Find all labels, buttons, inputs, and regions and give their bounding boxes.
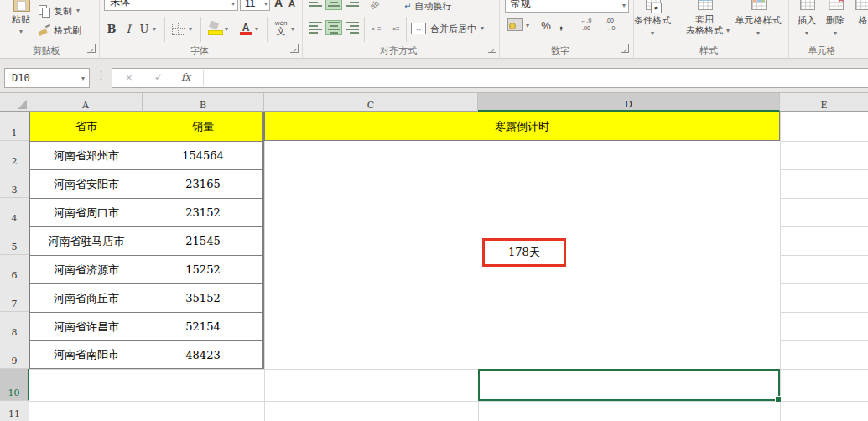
cell-c1-d1-merged[interactable]: 寒露倒计时 bbox=[264, 112, 780, 141]
row-header-1[interactable]: 1 bbox=[0, 112, 29, 141]
underline-button[interactable]: U bbox=[138, 20, 151, 37]
number-format-select[interactable]: 常规 ▾ bbox=[505, 0, 629, 13]
row-header-3[interactable]: 3 bbox=[0, 169, 29, 198]
paste-button[interactable]: 粘贴 ▾ bbox=[5, 0, 37, 42]
format-as-table-icon bbox=[698, 0, 713, 10]
wrap-text-label: 自动换行 bbox=[414, 0, 451, 13]
format-painter-button[interactable]: 格式刷 bbox=[39, 23, 97, 37]
insert-cells-button[interactable]: 插入 ▾ bbox=[793, 0, 820, 39]
grow-font-button[interactable]: A bbox=[272, 0, 285, 10]
cell-a3[interactable]: 河南省安阳市 bbox=[30, 170, 143, 199]
orientation-button[interactable]: ab bbox=[365, 0, 382, 13]
cell-a9[interactable]: 河南省南阳市 bbox=[30, 341, 143, 368]
font-size-select[interactable]: 11 ▾ bbox=[240, 0, 270, 11]
font-dialog-launcher-icon[interactable] bbox=[290, 44, 299, 53]
decrease-indent-button[interactable]: ⇤≡ bbox=[369, 22, 384, 35]
fill-handle[interactable] bbox=[775, 396, 782, 403]
row-header-8[interactable]: 8 bbox=[0, 312, 29, 340]
cell-a6[interactable]: 河南省济源市 bbox=[30, 256, 143, 284]
accounting-format-button[interactable] bbox=[507, 17, 524, 32]
row-header-9[interactable]: 9 bbox=[0, 340, 29, 369]
format-painter-label: 格式刷 bbox=[54, 24, 81, 37]
cell-b9[interactable]: 48423 bbox=[143, 341, 263, 368]
wrap-text-button[interactable]: ↵ 自动换行 bbox=[404, 0, 471, 12]
row-header-6[interactable]: 6 bbox=[0, 255, 29, 283]
number-dialog-launcher-icon[interactable] bbox=[621, 44, 629, 53]
cell-b7[interactable]: 35152 bbox=[143, 284, 263, 313]
row-header-7[interactable]: 7 bbox=[0, 283, 29, 312]
column-header-a[interactable]: A bbox=[29, 93, 143, 112]
column-header-b[interactable]: B bbox=[143, 93, 264, 112]
cancel-icon[interactable]: × bbox=[126, 71, 133, 84]
cell-styles-button[interactable]: 单元格样式 ▾ bbox=[728, 0, 788, 39]
cell-b8[interactable]: 52154 bbox=[143, 313, 263, 341]
shrink-font-button[interactable]: A bbox=[286, 0, 298, 10]
cell-b5[interactable]: 21545 bbox=[143, 227, 263, 256]
countdown-textbox[interactable]: 178天 bbox=[482, 238, 566, 267]
cell-a2[interactable]: 河南省郑州市 bbox=[30, 142, 143, 170]
row-header-11[interactable]: 11 bbox=[0, 401, 29, 421]
name-box[interactable]: D10 ▾ bbox=[4, 68, 90, 88]
conditional-formatting-button[interactable]: ≠ 条件格式 ▾ bbox=[624, 0, 681, 39]
chevron-down-icon: ▾ bbox=[805, 30, 808, 37]
bold-button[interactable]: B bbox=[104, 20, 119, 37]
chevron-down-icon: ▾ bbox=[19, 29, 23, 35]
row-header-2[interactable]: 2 bbox=[0, 141, 29, 169]
cell-b4[interactable]: 23152 bbox=[143, 199, 263, 227]
copy-button[interactable]: 复制 ▾ bbox=[39, 4, 94, 18]
cell-a4[interactable]: 河南省周口市 bbox=[30, 199, 143, 227]
chevron-down-icon: ▾ bbox=[189, 26, 192, 33]
chevron-down-icon: ▾ bbox=[225, 26, 228, 33]
selected-cell-d10[interactable] bbox=[478, 369, 780, 401]
align-left-button[interactable] bbox=[307, 20, 324, 35]
italic-button[interactable]: I bbox=[122, 20, 135, 37]
align-right-button[interactable] bbox=[344, 20, 361, 35]
select-all-corner[interactable] bbox=[0, 93, 29, 112]
cells-group-label: 单元格 bbox=[795, 44, 849, 57]
conditional-formatting-label: 条件格式 bbox=[634, 14, 671, 27]
drag-dots-icon[interactable]: ⋮ bbox=[96, 69, 107, 81]
merge-center-button[interactable]: ↔ 合并后居中 ▾ bbox=[411, 20, 495, 37]
copy-icon bbox=[39, 5, 50, 18]
format-cells-button[interactable]: 格 bbox=[850, 0, 868, 39]
cell-b1[interactable]: 销量 bbox=[143, 112, 263, 142]
comma-style-button[interactable]: , bbox=[555, 17, 567, 30]
cell-a1[interactable]: 省市 bbox=[30, 112, 143, 142]
fill-color-button[interactable] bbox=[206, 20, 223, 37]
align-top-button[interactable] bbox=[307, 0, 324, 10]
cell-a5[interactable]: 河南省驻马店市 bbox=[30, 227, 143, 256]
cell-a8[interactable]: 河南省许昌市 bbox=[30, 313, 143, 341]
cell-a7[interactable]: 河南省商丘市 bbox=[30, 284, 143, 313]
column-header-c[interactable]: C bbox=[264, 93, 478, 112]
row-header-5[interactable]: 5 bbox=[0, 226, 29, 255]
percent-style-button[interactable]: % bbox=[538, 18, 554, 32]
font-name-select[interactable]: 宋体 ▾ bbox=[104, 0, 238, 11]
column-header-d[interactable]: D bbox=[478, 93, 780, 112]
column-header-e[interactable]: E bbox=[780, 93, 868, 112]
row-header-4[interactable]: 4 bbox=[0, 198, 29, 226]
insert-function-icon[interactable]: fx bbox=[181, 71, 190, 83]
enter-icon[interactable]: ✓ bbox=[154, 71, 163, 83]
cell-styles-icon bbox=[751, 0, 767, 10]
alignment-group-label: 对齐方式 bbox=[361, 44, 436, 57]
format-as-table-button[interactable]: 套用 表格格式 bbox=[681, 0, 728, 39]
borders-button[interactable] bbox=[170, 20, 187, 37]
align-center-button[interactable] bbox=[325, 20, 342, 35]
row-header-10[interactable]: 10 bbox=[0, 369, 29, 401]
increase-decimal-button[interactable]: ←.0 .00 bbox=[575, 17, 597, 34]
increase-indent-button[interactable]: ⇥≡ bbox=[387, 22, 403, 35]
clipboard-dialog-launcher-icon[interactable] bbox=[87, 44, 96, 53]
alignment-dialog-launcher-icon[interactable] bbox=[488, 44, 496, 53]
align-bottom-button[interactable] bbox=[344, 0, 361, 10]
font-name-value: 宋体 bbox=[110, 0, 130, 9]
delete-cells-button[interactable]: × 删除 ▾ bbox=[822, 0, 849, 39]
chevron-down-icon: ▾ bbox=[76, 8, 80, 14]
cell-b3[interactable]: 23165 bbox=[143, 170, 263, 199]
font-color-button[interactable]: A bbox=[238, 20, 253, 37]
align-middle-button[interactable] bbox=[325, 0, 342, 10]
phonetic-button[interactable]: wén 文 bbox=[272, 17, 290, 39]
decrease-decimal-button[interactable]: .00 →.0 bbox=[599, 17, 621, 34]
cell-b2[interactable]: 154564 bbox=[143, 142, 263, 170]
not-equal-badge-icon: ≠ bbox=[651, 3, 662, 13]
cell-b6[interactable]: 15252 bbox=[143, 256, 263, 284]
